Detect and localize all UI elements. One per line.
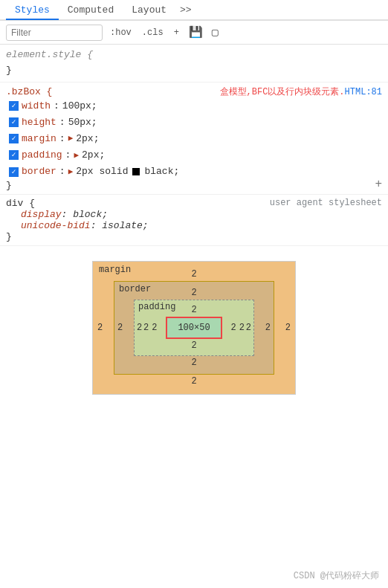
border-box: border 2 2 2 padding 2 2 2 2 2 100×50 2 … bbox=[114, 281, 274, 375]
cls-button[interactable]: .cls bbox=[139, 27, 166, 39]
checkbox-padding[interactable] bbox=[9, 150, 19, 160]
checkbox-width[interactable] bbox=[9, 101, 19, 111]
expand-margin[interactable]: ▶ bbox=[68, 132, 74, 146]
prop-row-height: height: 50px; bbox=[6, 114, 382, 131]
padding-right-value: 2 bbox=[246, 323, 251, 333]
div-close: } bbox=[6, 231, 382, 242]
tab-more[interactable]: >> bbox=[175, 1, 196, 19]
bzbox-html-link[interactable]: HTML:81 bbox=[345, 87, 382, 97]
margin-left-value: 2 bbox=[97, 323, 103, 333]
add-property-button[interactable]: + bbox=[375, 178, 382, 191]
element-style-block: element.style { } bbox=[0, 45, 388, 83]
bzbox-selector: .bzBox { bbox=[6, 86, 52, 97]
tab-styles[interactable]: Styles bbox=[6, 1, 59, 20]
border-right-value: 2 bbox=[265, 323, 271, 333]
padding-left-value: 2 bbox=[137, 323, 142, 333]
sidebar-icon[interactable]: ▢ bbox=[210, 25, 221, 40]
padding-left-side: 2 bbox=[142, 323, 150, 333]
prop-row-margin: margin: ▶ 2px; bbox=[6, 131, 382, 147]
expand-padding[interactable]: ▶ bbox=[74, 149, 79, 163]
tab-computed[interactable]: Computed bbox=[59, 1, 123, 19]
footer-watermark: CSDN @代码粉碎大师 bbox=[294, 569, 379, 582]
margin-right-value: 2 bbox=[285, 323, 291, 333]
save-icon[interactable]: 💾 bbox=[187, 25, 205, 40]
div-prop-unicode-bidi: unicode-bidi: isolate; bbox=[6, 220, 382, 231]
bzbox-comment: 盒模型,BFC以及行内块级元素.HTML:81 bbox=[220, 85, 382, 98]
padding-label: padding bbox=[138, 302, 175, 312]
hov-button[interactable]: :hov bbox=[107, 27, 135, 39]
margin-label: margin bbox=[99, 265, 131, 275]
border-left-value: 2 bbox=[117, 323, 123, 333]
checkbox-border[interactable] bbox=[9, 167, 19, 177]
padding-right-side: 2 bbox=[238, 323, 246, 333]
tab-layout[interactable]: Layout bbox=[123, 1, 175, 19]
add-rule-button[interactable]: + bbox=[171, 27, 182, 39]
border-label: border bbox=[119, 284, 151, 294]
border-left-side: 2 bbox=[150, 323, 158, 333]
user-agent-comment: user agent stylesheet bbox=[270, 198, 382, 209]
bzbox-block: .bzBox { 盒模型,BFC以及行内块级元素.HTML:81 width: … bbox=[0, 83, 388, 195]
content-box: 100×50 bbox=[166, 317, 222, 339]
border-right-side: 2 bbox=[230, 323, 238, 333]
tab-bar: Styles Computed Layout >> bbox=[0, 0, 388, 21]
bzbox-header: .bzBox { 盒模型,BFC以及行内块级元素.HTML:81 bbox=[6, 85, 382, 98]
margin-bottom-value: 2 bbox=[103, 376, 285, 387]
content-row: 2 2 100×50 2 2 bbox=[142, 317, 246, 339]
filter-input[interactable] bbox=[6, 25, 103, 41]
margin-box: margin 2 2 2 border 2 2 2 padding 2 2 2 … bbox=[92, 261, 296, 395]
box-model-section: margin 2 2 2 border 2 2 2 padding 2 2 2 … bbox=[0, 246, 388, 410]
prop-row-width: width: 100px; bbox=[6, 98, 382, 114]
div-rule-block: div { user agent stylesheet display: blo… bbox=[0, 195, 388, 246]
div-selector: div { bbox=[6, 198, 35, 209]
div-prop-display: display: block; bbox=[6, 209, 382, 220]
element-style-selector: element.style { bbox=[6, 48, 382, 63]
element-style-close: } bbox=[6, 63, 382, 79]
border-bottom-value: 2 bbox=[123, 358, 265, 368]
padding-bottom-value: 2 bbox=[142, 340, 246, 351]
expand-border[interactable]: ▶ bbox=[68, 165, 74, 179]
padding-box: padding 2 2 2 2 2 100×50 2 2 2 bbox=[134, 300, 254, 356]
color-swatch-black[interactable] bbox=[132, 168, 140, 175]
checkbox-height[interactable] bbox=[9, 117, 19, 127]
checkbox-margin[interactable] bbox=[9, 134, 19, 143]
toolbar: :hov .cls + 💾 ▢ bbox=[0, 21, 388, 45]
prop-row-border: border: ▶ 2px solid black; bbox=[6, 164, 382, 180]
css-panel: element.style { } .bzBox { 盒模型,BFC以及行内块级… bbox=[0, 45, 388, 246]
prop-row-padding: padding: ▶ 2px; bbox=[6, 147, 382, 164]
